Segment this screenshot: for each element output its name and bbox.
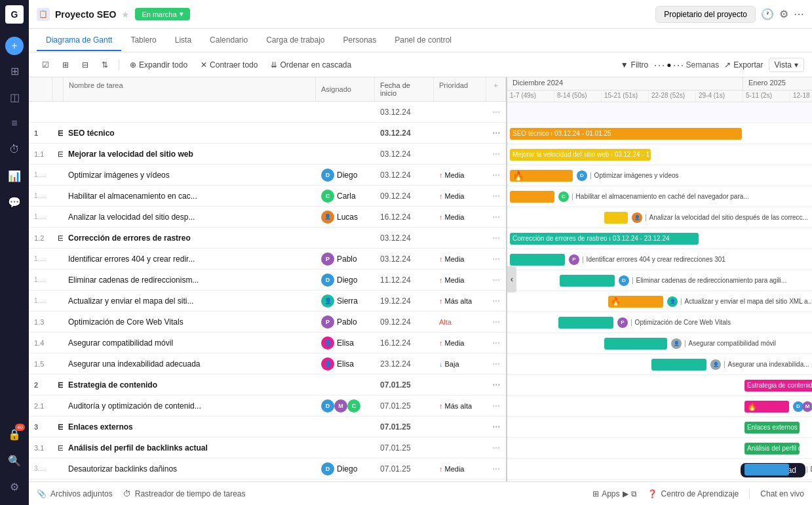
row-more[interactable]: ⋯ — [486, 441, 506, 455]
row-more[interactable]: ⋯ — [486, 336, 506, 350]
sidebar-timer-icon[interactable]: ⏱ — [3, 138, 26, 161]
gantt-bar[interactable]: Análisis del perfil de bac... — [744, 443, 800, 455]
tab-board[interactable]: Tablero — [121, 30, 165, 51]
row-more[interactable]: ⋯ — [486, 462, 506, 476]
gantt-collapse-handle[interactable]: ‹ — [507, 266, 516, 293]
tab-people[interactable]: Personas — [334, 30, 386, 51]
gantt-bar[interactable] — [558, 317, 613, 329]
assignee-name: Diego — [337, 275, 357, 285]
sidebar-add-icon[interactable]: + — [5, 37, 24, 55]
gantt-bar[interactable] — [604, 212, 628, 224]
owner-button[interactable]: Propietario del proyecto — [655, 6, 756, 23]
history-icon[interactable]: 🕐 — [761, 8, 774, 20]
expand-icon[interactable]: ⊟ — [52, 441, 63, 455]
row-more[interactable]: ⋯ — [486, 231, 506, 245]
sidebar-search-icon[interactable]: 🔍 — [3, 449, 26, 472]
gantt-bar[interactable]: Corrección de errores de rastreo ı 03.12… — [510, 233, 699, 245]
more-options-icon[interactable]: ⋯ — [794, 8, 804, 20]
row-more[interactable]: ⋯ — [486, 210, 506, 224]
row-more[interactable]: ⋯ — [486, 273, 506, 287]
row-more[interactable]: ⋯ — [486, 189, 506, 203]
question-icon: ❓ — [648, 489, 657, 498]
row-more[interactable]: ⋯ — [486, 294, 506, 308]
gantt-bar[interactable] — [560, 275, 615, 287]
sidebar-chart-icon[interactable]: 📊 — [3, 164, 26, 188]
avatar: D — [321, 169, 334, 182]
row-more[interactable]: ⋯ — [486, 378, 506, 392]
expand-icon[interactable]: ⊟ — [52, 231, 63, 245]
expand-all-button[interactable]: ⊕ Expandir todo — [125, 58, 193, 72]
gantt-row: 👤 | Asegurar compatibilidad móvil — [507, 333, 812, 354]
row-more[interactable]: ⋯ — [486, 147, 506, 161]
row-more[interactable]: ⋯ — [486, 315, 506, 329]
gantt-bar[interactable] — [510, 254, 565, 266]
tab-dashboard[interactable]: Panel de control — [385, 30, 461, 51]
th-add[interactable]: + — [486, 77, 506, 101]
gantt-bar[interactable] — [510, 191, 554, 203]
sidebar-logo[interactable]: G — [5, 5, 24, 24]
sidebar-home-icon[interactable]: ⊞ — [3, 59, 26, 83]
gantt-row: C | Habilitar el almacenamiento en caché… — [507, 186, 812, 207]
row-more[interactable]: ⋯ — [486, 357, 506, 371]
expand-icon[interactable]: ⊟ — [52, 420, 63, 434]
filter-button[interactable]: ▼ Filtro — [621, 60, 649, 70]
tab-list[interactable]: Lista — [166, 30, 201, 51]
topbar-right: Propietario del proyecto 🕐 ⚙ ⋯ — [655, 6, 804, 23]
time-tracker-button[interactable]: ⏱ Rastreador de tiempo de tareas — [123, 489, 246, 498]
sidebar-list-icon[interactable]: ≡ — [3, 111, 26, 135]
apps-button[interactable]: ⊞ Apps ▶ ⧉ — [592, 489, 636, 498]
sidebar-settings-icon[interactable]: ⚙ — [3, 475, 26, 498]
table-row: 1.5 Asegurar una indexabilidad adecuada … — [29, 354, 506, 374]
view-button[interactable]: Vista ▾ — [769, 58, 804, 72]
attachments-button[interactable]: 📎 Archivos adjuntos — [37, 489, 113, 498]
hide-columns-button[interactable]: ⊟ — [77, 58, 94, 72]
gantt-bar[interactable]: Mejorar la velocidad del sitio web ı 03.… — [510, 149, 651, 161]
project-status-button[interactable]: En marcha ▾ — [135, 8, 189, 20]
gantt-bar[interactable] — [651, 359, 706, 371]
tab-workload[interactable]: Carga de trabajo — [257, 30, 334, 51]
export-button[interactable]: ↗ Exportar — [724, 60, 763, 70]
sidebar-chat-icon[interactable]: 💬 — [3, 190, 26, 214]
bar-label: Enlaces externos ı 07.01... — [747, 424, 812, 431]
week-label: 5-11 (2s) — [743, 91, 790, 102]
collapse-all-button[interactable]: ✕ Contraer todo — [195, 58, 263, 72]
bar-label: Mejorar la velocidad del sitio web ı 03.… — [512, 151, 671, 158]
expand-icon[interactable]: ⊟ — [52, 378, 63, 392]
cascade-button[interactable]: ⇊ Ordenar en cascada — [265, 58, 357, 72]
row-more[interactable]: ⋯ — [486, 399, 506, 413]
expand-icon[interactable]: ⊟ — [52, 126, 63, 140]
gantt-bar[interactable]: 🔥 — [510, 170, 573, 182]
task-name: Analizar la velocidad del sitio desp... — [63, 210, 316, 224]
row-more[interactable]: ⋯ — [486, 126, 506, 140]
sidebar-notification-icon[interactable]: 🔒 — [3, 422, 26, 446]
row-more[interactable]: ⋯ — [486, 105, 506, 119]
row-more[interactable]: ⋯ — [486, 168, 506, 182]
gantt-bar[interactable]: 🔥 — [608, 296, 663, 308]
gantt-bar[interactable]: 🔥 — [744, 401, 789, 413]
gantt-bar[interactable]: Enlaces externos ı 07.01... — [744, 422, 800, 434]
row-more[interactable]: ⋯ — [486, 420, 506, 434]
timeline-zoom[interactable]: ⋯ ● ⋯ Semanas — [653, 58, 719, 72]
week-label: 29-4 (1s) — [696, 91, 743, 102]
checkbox-toggle-button[interactable]: ☑ — [37, 58, 54, 72]
bar-text: Optimizar imágenes y vídeos — [594, 172, 679, 179]
learning-center-button[interactable]: ❓ Centro de Aprendizaje — [648, 489, 739, 498]
expand-icon[interactable]: ⊟ — [52, 147, 63, 161]
row-num: 1.2.2 — [29, 273, 52, 286]
sidebar-inbox-icon[interactable]: ◫ — [3, 85, 26, 109]
gantt-bar[interactable] — [744, 464, 789, 475]
avatar: 👤 — [321, 336, 334, 350]
gantt-bar[interactable]: Estrategia de contenido c... — [744, 380, 812, 392]
tab-calendar[interactable]: Calendario — [201, 30, 257, 51]
gantt-chart: ‹ Diciembre 2024 Enero 2025 1-7 (49s) 8-… — [507, 77, 812, 481]
live-chat-button[interactable]: Chat en vivo — [760, 489, 804, 498]
row-more[interactable]: ⋯ — [486, 252, 506, 266]
gantt-bar[interactable]: SEO técnico ı 03.12.24 - 01.01.25 — [510, 128, 742, 140]
settings-gear-icon[interactable]: ⚙ — [779, 8, 788, 20]
tab-gantt[interactable]: Diagrama de Gantt — [37, 30, 121, 51]
favorite-star-icon[interactable]: ★ — [121, 9, 130, 20]
expand-columns-button[interactable]: ⊞ — [57, 58, 74, 72]
apps-play-icon: ▶ — [623, 489, 628, 498]
gantt-bar[interactable] — [604, 338, 667, 350]
sort-button[interactable]: ⇅ — [96, 58, 113, 72]
